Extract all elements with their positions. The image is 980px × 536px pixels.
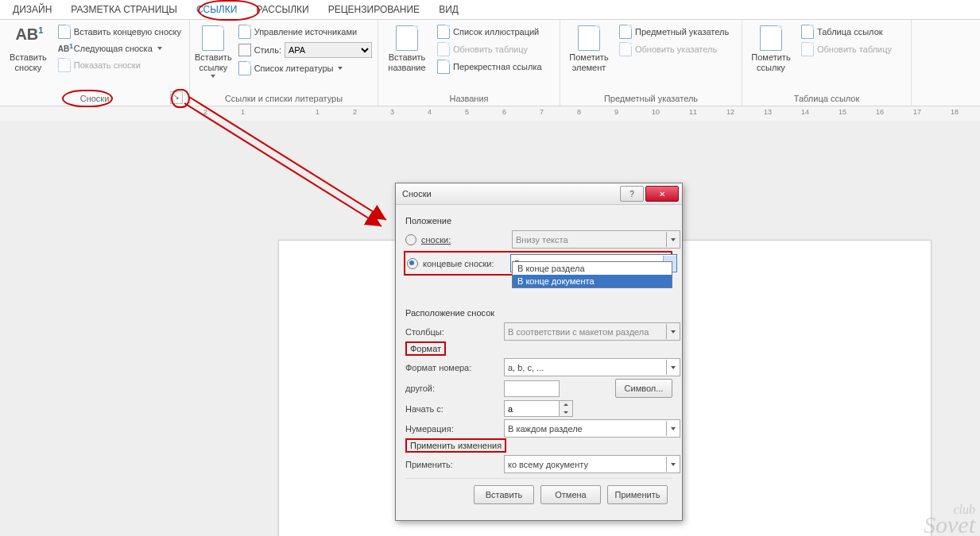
numbering-label: Нумерация: (405, 424, 499, 434)
close-button[interactable]: ✕ (645, 186, 679, 202)
tab-design[interactable]: ДИЗАЙН (3, 2, 61, 18)
insert-citation-button[interactable]: Вставить ссылку (195, 22, 232, 92)
insert-toa-button[interactable]: Таблица ссылок (798, 24, 895, 40)
apply-to-label: Применить: (405, 460, 499, 469)
apply-to-select[interactable]: ко всему документу (504, 455, 680, 473)
tab-references[interactable]: ССЫЛКИ (187, 2, 246, 18)
tof-icon (437, 25, 450, 39)
manage-sources-button[interactable]: Управление источниками (235, 24, 375, 40)
tab-review[interactable]: РЕЦЕНЗИРОВАНИЕ (319, 2, 429, 18)
tab-view[interactable]: ВИД (429, 2, 468, 18)
footnotes-launcher[interactable]: ↘ (170, 91, 183, 104)
ribbon: AB1 Вставить сноску Вставить концевую сн… (0, 20, 980, 106)
start-at-spinner[interactable] (504, 400, 573, 417)
footnotes-location-select: Внизу текста (512, 230, 680, 249)
footnote-dialog: Сноски ? ✕ Положение сноски: Внизу текст… (395, 183, 683, 521)
group-toa-title: Таблица ссылок (747, 92, 906, 106)
group-index-title: Предметный указатель (565, 92, 737, 106)
apply-section-label: Применить изменения (405, 441, 672, 450)
insert-endnote-button[interactable]: Вставить концевую сноску (55, 24, 184, 40)
ribbon-tabs: ДИЗАЙН РАЗМЕТКА СТРАНИЦЫ ССЫЛКИ РАССЫЛКИ… (0, 0, 980, 20)
mark-citation-button[interactable]: Пометить ссылку (747, 22, 795, 92)
group-footnotes-title: Сноски ↘ (5, 92, 184, 106)
endnotes-option-document[interactable]: В конце документа (513, 275, 672, 287)
show-notes-icon (58, 58, 71, 72)
group-citations: Вставить ссылку Управление источниками С… (190, 20, 378, 106)
style-dropdown[interactable]: APA (285, 42, 372, 58)
insert-index-button[interactable]: Предметный указатель (616, 24, 732, 40)
citation-icon (202, 25, 224, 51)
cancel-button[interactable]: Отмена (540, 485, 601, 504)
update-toa-button[interactable]: Обновить таблицу (798, 41, 895, 57)
group-toa: Пометить ссылку Таблица ссылок Обновить … (742, 20, 912, 106)
layout-section-label: Расположение сносок (405, 308, 672, 318)
help-button[interactable]: ? (620, 186, 644, 202)
crossref-icon (437, 60, 450, 74)
insert-caption-button[interactable]: Вставить название (383, 22, 431, 92)
group-citations-title: Ссылки и списки литературы (195, 92, 373, 106)
symbol-button[interactable]: Символ... (615, 379, 672, 398)
tab-page-layout[interactable]: РАЗМЕТКА СТРАНИЦЫ (61, 2, 187, 18)
update-tof-icon (437, 42, 450, 56)
start-at-label: Начать с: (405, 404, 499, 414)
update-toa-icon (801, 42, 814, 56)
manage-sources-icon (238, 25, 251, 39)
endnotes-radio[interactable] (407, 258, 418, 269)
next-footnote-button[interactable]: AB1 Следующая сноска (55, 41, 184, 56)
show-notes-button[interactable]: Показать сноски (55, 57, 184, 73)
footnote-icon: AB1 (15, 25, 41, 51)
tab-mailings[interactable]: РАССЫЛКИ (246, 2, 318, 18)
columns-label: Столбцы: (405, 327, 499, 337)
position-section-label: Положение (405, 216, 672, 226)
insert-footnote-button[interactable]: AB1 Вставить сноску (5, 22, 52, 92)
spin-up[interactable] (560, 401, 572, 409)
style-icon (238, 44, 251, 56)
number-format-select[interactable]: a, b, c, ... (504, 358, 680, 376)
mark-citation-icon (760, 25, 782, 51)
endnotes-dropdown-list: В конце раздела В конце документа (512, 261, 672, 288)
footnotes-radio[interactable] (405, 234, 416, 245)
number-format-label: Формат номера: (405, 363, 499, 372)
bibliography-button[interactable]: Список литературы (235, 60, 375, 76)
custom-mark-input[interactable] (504, 380, 560, 397)
format-section-label: Формат (405, 344, 672, 353)
next-footnote-icon: AB1 (58, 42, 71, 55)
caption-icon (396, 25, 418, 51)
numbering-select[interactable]: В каждом разделе (504, 419, 680, 438)
columns-select: В соответствии с макетом раздела (504, 322, 680, 341)
group-captions-title: Названия (383, 92, 555, 106)
mark-entry-icon (578, 25, 600, 51)
group-footnotes: AB1 Вставить сноску Вставить концевую сн… (0, 20, 190, 106)
group-captions: Вставить название Список иллюстраций Обн… (378, 20, 560, 106)
index-icon (619, 25, 632, 39)
dialog-title: Сноски (402, 189, 618, 199)
endnotes-option-section[interactable]: В конце раздела (513, 262, 672, 275)
update-index-icon (619, 42, 632, 56)
endnote-icon (58, 25, 71, 39)
spin-down[interactable] (560, 409, 572, 417)
update-index-button[interactable]: Обновить указатель (616, 41, 732, 57)
endnotes-label: концевые сноски: (423, 259, 505, 268)
toa-icon (801, 25, 814, 39)
start-at-input[interactable] (504, 400, 559, 417)
bibliography-icon (238, 61, 251, 75)
cross-reference-button[interactable]: Перекрестная ссылка (434, 59, 545, 75)
footnotes-label: сноски: (421, 235, 507, 245)
update-tof-button[interactable]: Обновить таблицу (434, 41, 545, 57)
dialog-titlebar[interactable]: Сноски ? ✕ (396, 183, 682, 205)
custom-mark-label: другой: (405, 384, 499, 393)
citation-style-select[interactable]: Стиль: APA (235, 41, 375, 59)
table-of-figures-button[interactable]: Список иллюстраций (434, 24, 545, 40)
insert-button[interactable]: Вставить (474, 485, 534, 504)
mark-entry-button[interactable]: Пометить элемент (565, 22, 613, 92)
group-index: Пометить элемент Предметный указатель Об… (560, 20, 742, 106)
horizontal-ruler: 21123456789101112131415161718 (0, 106, 980, 121)
apply-button[interactable]: Применить (607, 485, 668, 504)
